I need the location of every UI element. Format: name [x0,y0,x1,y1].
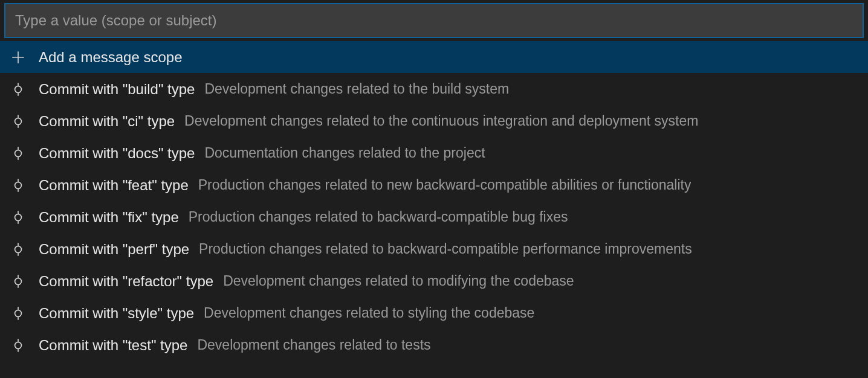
commit-type-label: Commit with "ci" type [39,113,175,130]
commit-icon [7,242,29,257]
svg-point-5 [15,246,22,252]
svg-point-4 [15,214,22,220]
commit-type-label: Commit with "style" type [39,305,194,322]
plus-icon [7,50,29,65]
options-list: Add a message scope Commit with "build" … [0,41,868,361]
commit-type-item[interactable]: Commit with "style" type Development cha… [0,297,868,329]
commit-type-item[interactable]: Commit with "feat" type Production chang… [0,169,868,201]
commit-type-desc: Development changes related to the build… [204,81,509,97]
commit-icon [7,146,29,161]
commit-type-item[interactable]: Commit with "perf" type Production chang… [0,233,868,265]
commit-type-label: Commit with "perf" type [39,241,189,258]
svg-point-1 [15,118,22,124]
commit-type-item[interactable]: Commit with "fix" type Production change… [0,201,868,233]
commit-icon [7,210,29,225]
commit-type-desc: Development changes related to tests [197,337,430,353]
commit-type-label: Commit with "fix" type [39,209,179,226]
commit-type-desc: Production changes related to backward-c… [189,209,568,225]
commit-type-desc: Production changes related to backward-c… [199,241,692,257]
svg-point-8 [15,342,22,348]
commit-icon [7,306,29,321]
commit-type-desc: Development changes related to modifying… [223,273,574,289]
svg-point-0 [15,86,22,92]
commit-type-item[interactable]: Commit with "build" type Development cha… [0,73,868,105]
commit-type-item[interactable]: Commit with "ci" type Development change… [0,105,868,137]
commit-type-item[interactable]: Commit with "test" type Development chan… [0,329,868,361]
commit-icon [7,338,29,353]
input-container [0,0,868,41]
commit-icon [7,274,29,289]
quick-pick-panel: Add a message scope Commit with "build" … [0,0,868,361]
svg-point-6 [15,278,22,284]
commit-type-item[interactable]: Commit with "docs" type Documentation ch… [0,137,868,169]
commit-icon [7,114,29,129]
commit-type-desc: Development changes related to styling t… [204,305,534,321]
commit-type-desc: Development changes related to the conti… [184,113,698,129]
scope-input[interactable] [5,4,863,37]
svg-point-3 [15,182,22,188]
add-scope-label: Add a message scope [39,49,182,66]
svg-point-2 [15,150,22,156]
commit-type-label: Commit with "docs" type [39,145,195,162]
svg-point-7 [15,310,22,316]
commit-type-label: Commit with "test" type [39,337,187,354]
commit-type-item[interactable]: Commit with "refactor" type Development … [0,265,868,297]
commit-type-desc: Production changes related to new backwa… [198,177,691,193]
commit-icon [7,178,29,193]
add-scope-item[interactable]: Add a message scope [0,41,868,73]
commit-type-label: Commit with "refactor" type [39,273,213,290]
commit-icon [7,82,29,97]
commit-type-label: Commit with "feat" type [39,177,189,194]
commit-type-desc: Documentation changes related to the pro… [204,145,485,161]
commit-type-label: Commit with "build" type [39,81,195,98]
